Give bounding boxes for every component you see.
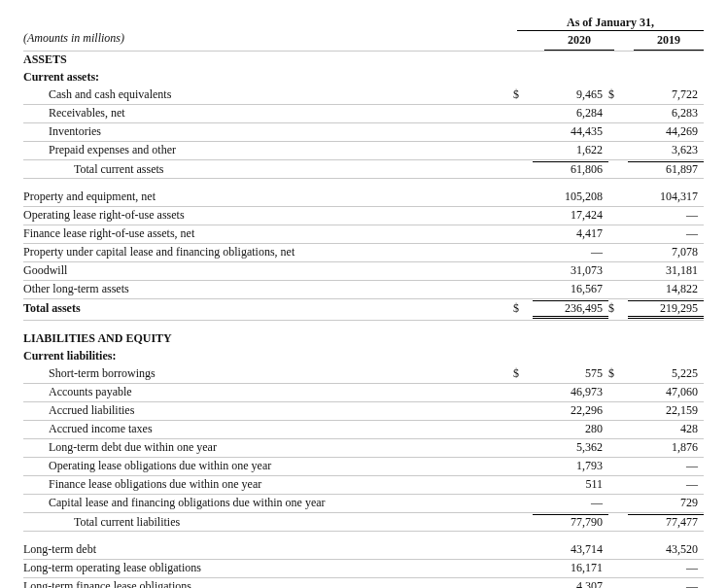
current-liab-title: Current liabilities: <box>23 349 513 363</box>
row-lt-op-lease: Long-term operating lease obligations 16… <box>23 560 704 578</box>
receivables-2020: 6,284 <box>533 106 608 121</box>
label-ltd-current: Long-term debt due within one year <box>23 440 513 455</box>
label-other-lt: Other long-term assets <box>23 282 513 296</box>
row-total-assets: Total assets $ 236,495 $ 219,295 <box>23 299 704 321</box>
label-tca: Total current assets <box>23 162 513 177</box>
cap-lease-prop-2020: — <box>533 245 608 259</box>
row-lt-fin-lease: Long-term finance lease obligations 4,30… <box>23 578 704 588</box>
other-lt-2020: 16,567 <box>533 282 608 296</box>
tca-2019: 61,897 <box>628 161 704 177</box>
cash-2019: 7,722 <box>628 87 704 102</box>
cap-lease-cur-2019: 729 <box>628 496 704 510</box>
fin-rou-2020: 4,417 <box>533 226 608 241</box>
row-op-lease-cur: Operating lease obligations due within o… <box>23 458 704 476</box>
op-lease-cur-2019: — <box>628 459 704 473</box>
goodwill-2020: 31,073 <box>533 263 608 278</box>
section-current-liabilities: Current liabilities: <box>23 348 704 365</box>
label-op-lease-cur: Operating lease obligations due within o… <box>23 459 513 473</box>
period-header-row: As of January 31, <box>23 16 704 31</box>
total-assets-2020: 236,495 <box>533 300 608 319</box>
label-total-assets: Total assets <box>23 301 513 316</box>
row-receivables: Receivables, net 6,284 6,283 <box>23 105 704 123</box>
ltd-2020: 43,714 <box>533 542 608 557</box>
inventories-2020: 44,435 <box>533 124 608 139</box>
label-prepaid: Prepaid expenses and other <box>23 143 513 157</box>
label-ap: Accounts payable <box>23 385 513 399</box>
amounts-caption: (Amounts in millions) <box>23 31 525 51</box>
tcl-2019: 77,477 <box>628 514 704 530</box>
row-cash: Cash and cash equivalents $ 9,465 $ 7,72… <box>23 86 704 105</box>
label-ppe: Property and equipment, net <box>23 190 513 204</box>
row-ap: Accounts payable 46,973 47,060 <box>23 384 704 402</box>
label-fin-lease-cur: Finance lease obligations due within one… <box>23 477 513 492</box>
accrued-2020: 22,296 <box>533 403 608 418</box>
ap-2019: 47,060 <box>628 385 704 399</box>
currency-symbol: $ <box>513 366 533 381</box>
goodwill-2019: 31,181 <box>628 263 704 278</box>
currency-symbol: $ <box>513 87 533 102</box>
ap-2020: 46,973 <box>533 385 608 399</box>
row-ltd: Long-term debt 43,714 43,520 <box>23 541 704 560</box>
st-borrow-2020: 575 <box>533 366 608 381</box>
op-rou-2019: — <box>628 208 704 223</box>
inc-tax-2019: 428 <box>628 422 704 436</box>
row-ltd-current: Long-term debt due within one year 5,362… <box>23 439 704 458</box>
currency-symbol: $ <box>513 301 533 316</box>
label-inc-tax: Accrued income taxes <box>23 422 513 436</box>
section-liabilities: LIABILITIES AND EQUITY <box>23 330 704 348</box>
inventories-2019: 44,269 <box>628 124 704 139</box>
col-year-2020: 2020 <box>544 31 614 51</box>
row-op-rou: Operating lease right-of-use assets 17,4… <box>23 207 704 225</box>
op-rou-2020: 17,424 <box>533 208 608 223</box>
label-receivables: Receivables, net <box>23 106 513 121</box>
col-year-2019: 2019 <box>634 31 704 51</box>
row-goodwill: Goodwill 31,073 31,181 <box>23 262 704 281</box>
inc-tax-2020: 280 <box>533 422 608 436</box>
label-cap-lease-prop: Property under capital lease and financi… <box>23 245 513 259</box>
ltd-2019: 43,520 <box>628 542 704 557</box>
label-tcl: Total current liabilities <box>23 515 513 530</box>
row-cap-lease-cur: Capital lease and financing obligations … <box>23 495 704 513</box>
ppe-2020: 105,208 <box>533 190 608 204</box>
label-fin-rou: Finance lease right-of-use assets, net <box>23 226 513 241</box>
row-other-lt: Other long-term assets 16,567 14,822 <box>23 281 704 299</box>
row-st-borrow: Short-term borrowings $ 575 $ 5,225 <box>23 365 704 384</box>
assets-title: ASSETS <box>23 52 513 67</box>
lt-fin-lease-2019: — <box>628 579 704 588</box>
label-goodwill: Goodwill <box>23 263 513 278</box>
cap-lease-cur-2020: — <box>533 496 608 510</box>
cash-2020: 9,465 <box>533 87 608 102</box>
row-accrued: Accrued liabilities 22,296 22,159 <box>23 402 704 421</box>
label-cap-lease-cur: Capital lease and financing obligations … <box>23 496 513 510</box>
row-inc-tax: Accrued income taxes 280 428 <box>23 421 704 439</box>
receivables-2019: 6,283 <box>628 106 704 121</box>
currency-symbol: $ <box>608 87 628 102</box>
currency-symbol: $ <box>608 366 628 381</box>
row-fin-rou: Finance lease right-of-use assets, net 4… <box>23 225 704 244</box>
other-lt-2019: 14,822 <box>628 282 704 296</box>
lt-fin-lease-2020: 4,307 <box>533 579 608 588</box>
tcl-2020: 77,790 <box>533 514 608 530</box>
section-current-assets: Current assets: <box>23 69 704 86</box>
accrued-2019: 22,159 <box>628 403 704 418</box>
fin-lease-cur-2019: — <box>628 477 704 492</box>
label-st-borrow: Short-term borrowings <box>23 366 513 381</box>
currency-symbol: $ <box>608 301 628 316</box>
row-total-current-liabilities: Total current liabilities 77,790 77,477 <box>23 513 704 532</box>
caption-row: (Amounts in millions) 2020 2019 <box>23 31 704 52</box>
ppe-2019: 104,317 <box>628 190 704 204</box>
row-ppe: Property and equipment, net 105,208 104,… <box>23 189 704 207</box>
label-lt-fin-lease: Long-term finance lease obligations <box>23 579 513 588</box>
lt-op-lease-2020: 16,171 <box>533 561 608 575</box>
label-accrued: Accrued liabilities <box>23 403 513 418</box>
row-cap-lease-prop: Property under capital lease and financi… <box>23 244 704 262</box>
row-total-current-assets: Total current assets 61,806 61,897 <box>23 160 704 179</box>
label-inventories: Inventories <box>23 124 513 139</box>
period-header: As of January 31, <box>517 16 704 31</box>
fin-rou-2019: — <box>628 226 704 241</box>
row-prepaid: Prepaid expenses and other 1,622 3,623 <box>23 142 704 160</box>
section-assets: ASSETS <box>23 52 704 69</box>
st-borrow-2019: 5,225 <box>628 366 704 381</box>
row-fin-lease-cur: Finance lease obligations due within one… <box>23 476 704 495</box>
cap-lease-prop-2019: 7,078 <box>628 245 704 259</box>
